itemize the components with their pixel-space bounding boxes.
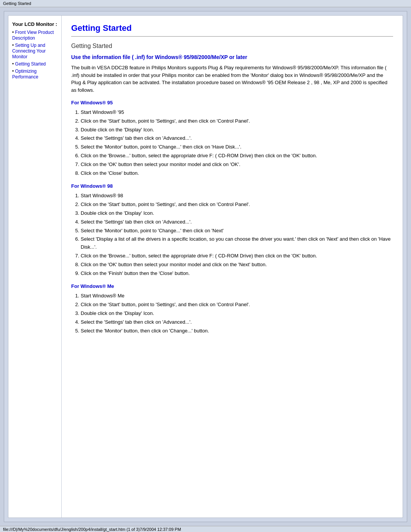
title-bar: Getting Started xyxy=(0,0,411,7)
info-title: Use the information file ( .inf) for Win… xyxy=(71,54,393,60)
win95-title: For Windows® 95 xyxy=(71,100,393,105)
winme-steps: Start Windows® Me Click on the 'Start' b… xyxy=(81,292,393,335)
inner-wrapper: Your LCD Monitor : • Front View Product … xyxy=(8,15,403,518)
win98-step-8: Click on the 'OK' button then select you… xyxy=(81,261,393,269)
sidebar-link-getting-started[interactable]: Getting Started xyxy=(15,61,46,67)
winme-title: For Windows® Me xyxy=(71,283,393,289)
win98-step-7: Click on the 'Browse...' button, select … xyxy=(81,252,393,260)
winme-step-3: Double click on the 'Display' Icon. xyxy=(81,310,393,318)
win95-step-6: Click on the 'Browse...' button, select … xyxy=(81,152,393,160)
win98-step-9: Click on the 'Finish' button then the 'C… xyxy=(81,270,393,278)
win95-step-8: Click on the 'Close' button. xyxy=(81,169,393,177)
sidebar-link-front-view[interactable]: Front View Product Description xyxy=(12,30,54,41)
sidebar-item-front-view: • Front View Product Description xyxy=(12,29,57,41)
sidebar-link-optimizing[interactable]: Optimizing Performance xyxy=(12,69,38,80)
page-title: Getting Started xyxy=(71,23,393,33)
win98-step-4: Select the 'Settings' tab then click on … xyxy=(81,218,393,226)
win98-steps: Start Windows® 98 Click on the 'Start' b… xyxy=(81,192,393,277)
win98-step-2: Click on the 'Start' button, point to 'S… xyxy=(81,201,393,209)
section-heading: Getting Started xyxy=(71,43,393,50)
sidebar-item-getting-started: • Getting Started xyxy=(12,61,57,67)
sidebar-item-setting-up: • Setting Up and Connecting Your Monitor xyxy=(12,42,57,59)
win98-step-6: Select 'Display a list of all the driver… xyxy=(81,235,393,251)
description-paragraph: The built-in VESA DDC2B feature in Phili… xyxy=(71,64,393,94)
sidebar-title: Your LCD Monitor : xyxy=(12,21,57,27)
win95-steps: Start Windows® '95 Click on the 'Start' … xyxy=(81,109,393,177)
status-bar: file:///D|/My%20documents/dfu/J/english/… xyxy=(0,526,411,532)
title-bar-text: Getting Started xyxy=(3,1,31,6)
win95-step-1: Start Windows® '95 xyxy=(81,109,393,117)
winme-step-1: Start Windows® Me xyxy=(81,292,393,300)
win98-step-5: Select the 'Monitor' button, point to 'C… xyxy=(81,227,393,235)
status-bar-text: file:///D|/My%20documents/dfu/J/english/… xyxy=(3,527,181,532)
win95-step-5: Select the 'Monitor' button, point to 'C… xyxy=(81,143,393,151)
sidebar-item-optimizing: • Optimizing Performance xyxy=(12,68,57,80)
win95-step-7: Click on the 'OK' button then select you… xyxy=(81,161,393,169)
bullet-4: • xyxy=(12,69,15,74)
sidebar-link-setting-up[interactable]: Setting Up and Connecting Your Monitor xyxy=(12,43,46,59)
main-content: Getting Started Getting Started Use the … xyxy=(62,16,403,518)
sidebar-nav: • Front View Product Description • Setti… xyxy=(12,29,57,80)
bullet-2: • xyxy=(12,43,15,48)
win95-step-2: Click on the 'Start' button, point to 'S… xyxy=(81,117,393,125)
winme-step-4: Select the 'Settings' tab then click on … xyxy=(81,318,393,326)
win98-title: For Windows® 98 xyxy=(71,183,393,189)
bullet-1: • xyxy=(12,30,15,35)
win95-step-3: Double click on the 'Display' Icon. xyxy=(81,126,393,134)
sidebar: Your LCD Monitor : • Front View Product … xyxy=(8,16,62,518)
winme-step-5: Select the 'Monitor' button, then click … xyxy=(81,327,393,335)
bullet-3: • xyxy=(12,61,15,67)
outer-wrapper: Your LCD Monitor : • Front View Product … xyxy=(4,11,407,522)
win98-step-1: Start Windows® 98 xyxy=(81,192,393,200)
title-divider xyxy=(71,36,393,37)
win95-step-4: Select the 'Settings' tab then click on … xyxy=(81,134,393,142)
winme-step-2: Click on the 'Start' button, point to 'S… xyxy=(81,301,393,309)
win98-step-3: Double click on the 'Display' Icon. xyxy=(81,209,393,217)
